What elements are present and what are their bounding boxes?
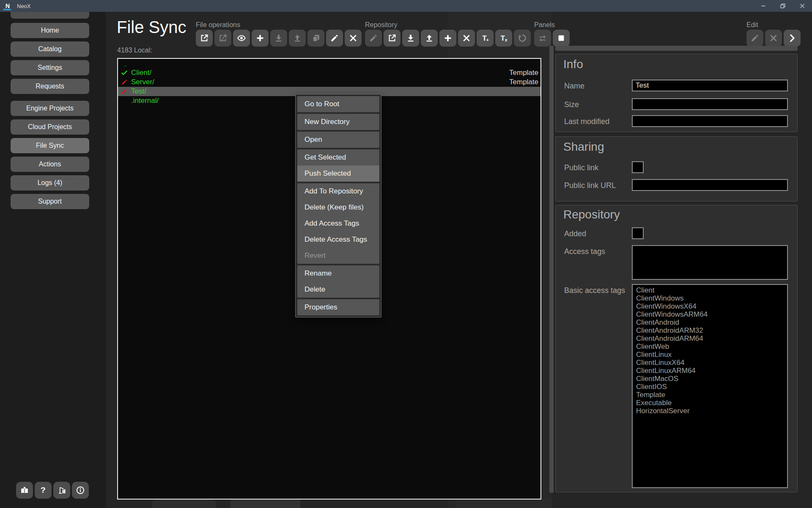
file-row[interactable]: Server/Template [118,77,540,87]
restore-icon [779,3,786,9]
titlebar: N NeoX [0,0,812,12]
close-window-button[interactable] [793,0,812,12]
upload-button[interactable] [421,30,438,47]
delete-x-button [765,30,782,47]
basic-access-tag[interactable]: ClientAndroid [636,318,784,326]
menu-item-push-selected[interactable]: Push Selected [297,166,379,182]
sidebar-item-home[interactable]: Home [11,23,89,38]
restore-window-button[interactable] [773,0,793,12]
basic-access-tag[interactable]: ClientIOS [636,383,784,391]
app-title: NeoX [17,3,31,9]
tag-remove-button[interactable]: Tx [495,30,512,47]
basic-access-tag[interactable]: ClientLinux [636,351,784,359]
edit-pencil-button [365,30,382,47]
file-row[interactable]: Client/Template [118,68,540,77]
menu-item-properties[interactable]: Properties [297,299,379,315]
delete-x-button[interactable] [345,30,362,47]
svg-text:x: x [505,38,508,42]
info-circle-button[interactable] [72,482,89,499]
sidebar-item-settings[interactable]: Settings [11,60,89,75]
basic-access-tag[interactable]: ClientWindowsX64 [636,302,784,310]
pencil-red-icon [121,88,128,95]
menu-item-rename[interactable]: Rename [297,265,379,282]
edit-pencil-button[interactable] [326,30,343,47]
menu-item-get-selected[interactable]: Get Selected [297,149,379,166]
basic-access-tags-list[interactable]: ClientClientWindowsClientWindowsX64Clien… [632,284,788,488]
basic-access-tag[interactable]: ClientMacOS [636,375,784,383]
basic-access-tag[interactable]: HorizontalServer [636,407,784,415]
public-link-checkbox[interactable] [632,161,644,173]
public-link-url-field[interactable] [632,179,788,191]
menu-item-add-to-repository[interactable]: Add To Repository [297,183,379,199]
under-construction-button[interactable] [53,482,70,499]
name-field[interactable] [632,80,788,91]
download-button[interactable] [402,30,419,47]
context-menu-group: Open [297,132,379,148]
add-plus-button[interactable] [439,30,456,47]
added-label: Added [564,229,586,238]
add-plus-icon [255,33,265,43]
menu-item-delete[interactable]: Delete [297,282,379,298]
basic-access-tag[interactable]: Executable [636,399,784,407]
sidebar-item-actions[interactable]: Actions [11,157,89,172]
add-plus-button[interactable] [252,30,269,47]
help-question-button[interactable]: ? [35,482,52,499]
sidebar-item-cloud-projects[interactable]: Cloud Projects [11,119,89,135]
sidebar-item-support[interactable]: Support [11,194,89,209]
right-panel-hscrollbar[interactable] [555,46,798,51]
delete-x-button[interactable] [458,30,475,47]
public-link-url-label: Public link URL [564,181,616,190]
menu-item-go-to-root[interactable]: Go to Root [297,96,379,112]
swap-panels-button [534,30,551,47]
svg-text:?: ? [41,486,46,494]
manual-book-button[interactable] [16,482,33,499]
basic-access-tag[interactable]: ClientWindowsARM64 [636,310,784,318]
menu-item-delete-keep-files[interactable]: Delete (Keep files) [297,199,379,215]
toggle-panel-button[interactable] [553,30,570,47]
basic-access-tag[interactable]: Template [636,391,784,399]
sharing-card-title: Sharing [563,140,604,154]
context-menu-group: New Directory [297,114,379,130]
sidebar-item-requests[interactable]: Requests [11,79,89,94]
menu-item-revert: Revert [297,248,379,264]
basic-access-tag[interactable]: ClientWeb [636,342,784,351]
sidebar-item-catalog[interactable]: Catalog [11,41,89,57]
tag-add-button[interactable]: T+ [477,30,494,47]
context-menu-group: Go to Root [297,96,379,112]
basic-access-tag[interactable]: ClientLinuxARM64 [636,367,784,375]
file-name: Server/ [131,78,154,86]
menu-item-add-access-tags[interactable]: Add Access Tags [297,215,379,232]
svg-text:T: T [501,34,505,42]
last-modified-field[interactable] [632,115,788,127]
sidebar-item-engine-projects[interactable]: Engine Projects [11,101,89,116]
help-question-icon: ? [38,486,48,495]
menu-item-open[interactable]: Open [297,132,379,148]
basic-access-tag[interactable]: ClientWindows [636,294,784,302]
basic-access-tag[interactable]: Client [636,286,784,294]
last-modified-label: Last modified [564,117,609,126]
view-eye-button[interactable] [233,30,250,47]
basic-access-tag[interactable]: ClientLinuxX64 [636,359,784,367]
toolbar-group-label: Panels [534,21,555,29]
file-tag-label: Template [509,69,538,77]
menu-item-new-directory[interactable]: New Directory [297,114,379,130]
basic-access-tag[interactable]: ClientAndroidARM32 [636,326,784,334]
sidebar-item-file-sync[interactable]: File Sync [11,138,89,153]
minimize-window-button[interactable] [754,0,773,12]
tag-add-icon: T+ [480,33,490,43]
basic-access-tag[interactable]: ClientAndroidARM64 [636,334,784,342]
file-row[interactable]: .. [118,61,540,68]
sidebar-item-logs-4[interactable]: Logs (4) [11,175,89,190]
size-field[interactable] [632,98,788,110]
expand-chevron-button[interactable] [784,30,801,47]
download-icon [274,33,283,43]
added-checkbox[interactable] [632,227,644,239]
right-panel-vscrollbar[interactable] [549,46,554,493]
toolbar-group-file-operations [196,30,362,47]
access-tags-field[interactable] [632,245,788,280]
open-external-button[interactable] [384,30,401,47]
menu-item-delete-access-tags[interactable]: Delete Access Tags [297,232,379,248]
context-menu: Go to RootNew DirectoryOpenGet SelectedP… [295,94,381,318]
open-external-button[interactable] [196,30,213,47]
upload-icon [293,33,302,43]
